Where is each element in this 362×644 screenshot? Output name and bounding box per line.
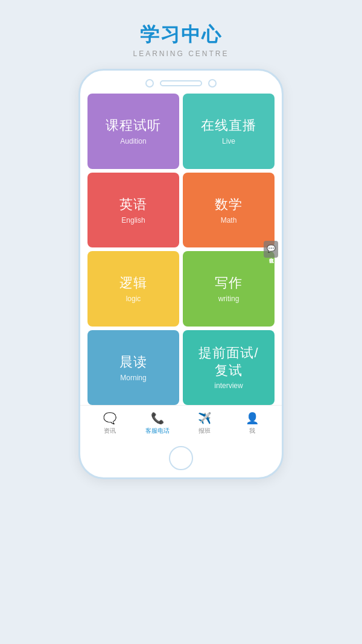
cell-math[interactable]: 数学 Math (183, 173, 275, 248)
cell-audition-cn: 课程试听 (106, 116, 161, 135)
cell-writing[interactable]: 写作 writing (183, 251, 275, 327)
grid-row-1: 课程试听 Audition 在线直播 Live (87, 94, 275, 169)
tab-news-label: 资讯 (104, 427, 116, 435)
cell-audition[interactable]: 课程试听 Audition (87, 94, 179, 169)
grid-row-2: 英语 English 数学 Math (87, 173, 275, 248)
cell-interview-en: interview (214, 381, 243, 390)
phone-top-bar (80, 71, 282, 94)
cell-morning[interactable]: 晨读 Morning (87, 330, 179, 406)
cell-morning-en: Morning (120, 374, 146, 382)
tab-me-icon: 👤 (246, 412, 259, 425)
phone-content: 💬 在线留言 课程试听 Audition 在线直播 Live 英语 Englis… (80, 94, 282, 405)
cell-writing-cn: 写作 (215, 274, 243, 292)
float-message-icon: 💬 (267, 244, 276, 253)
cell-live-en: Live (222, 137, 235, 145)
phone-home-button[interactable] (169, 446, 193, 470)
cell-logic[interactable]: 逻辑 logic (87, 251, 179, 327)
tab-register[interactable]: ✈️ 报班 (189, 412, 220, 435)
phone-speaker (160, 80, 202, 86)
app-title-en: LEARNING CENTRE (133, 49, 229, 58)
cell-interview[interactable]: 提前面试/复试 interview (183, 330, 275, 406)
cell-audition-en: Audition (120, 137, 146, 145)
app-title-cn: 学习中心 (133, 22, 229, 48)
app-header: 学习中心 LEARNING CENTRE (133, 22, 229, 58)
tab-phone-icon: 📞 (151, 412, 164, 425)
cell-writing-en: writing (218, 295, 240, 303)
phone-circle-left (145, 79, 154, 88)
phone-tabbar: 🗨️ 资讯 📞 客服电话 ✈️ 报班 👤 我 (80, 405, 282, 441)
tab-phone[interactable]: 📞 客服电话 (142, 412, 173, 435)
cell-english-cn: 英语 (119, 196, 147, 214)
phone-frame: 💬 在线留言 课程试听 Audition 在线直播 Live 英语 Englis… (78, 69, 284, 479)
cell-live[interactable]: 在线直播 Live (183, 94, 275, 169)
cell-english-en: English (121, 216, 145, 225)
cell-logic-cn: 逻辑 (119, 274, 147, 292)
grid-row-3: 逻辑 logic 写作 writing (87, 251, 275, 327)
cell-logic-en: logic (126, 295, 141, 303)
float-message-button[interactable]: 💬 在线留言 (264, 241, 278, 258)
tab-news-icon: 🗨️ (103, 412, 116, 425)
tab-me[interactable]: 👤 我 (237, 412, 267, 435)
cell-morning-cn: 晨读 (119, 353, 147, 371)
phone-circle-right (208, 79, 217, 88)
cell-live-cn: 在线直播 (201, 116, 256, 135)
tab-news[interactable]: 🗨️ 资讯 (95, 412, 125, 435)
cell-math-cn: 数学 (215, 196, 243, 214)
cell-math-en: Math (221, 216, 237, 225)
tab-me-label: 我 (249, 427, 255, 435)
tab-register-label: 报班 (198, 427, 211, 435)
tab-register-icon: ✈️ (198, 412, 211, 425)
cell-interview-cn: 提前面试/复试 (198, 345, 258, 379)
cell-english[interactable]: 英语 English (87, 173, 179, 248)
grid-row-4: 晨读 Morning 提前面试/复试 interview (87, 330, 275, 406)
tab-phone-label: 客服电话 (145, 427, 170, 435)
